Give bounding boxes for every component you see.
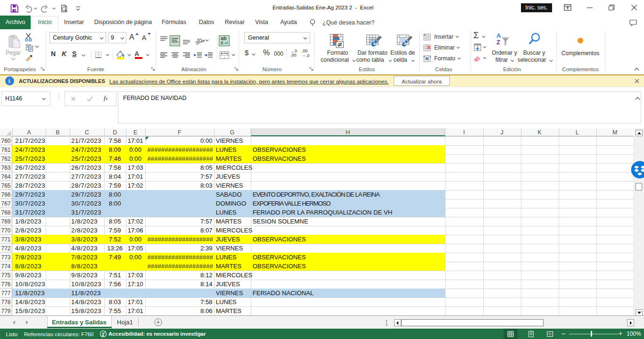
svg-text:ab: ab <box>194 36 204 45</box>
svg-text:Z: Z <box>496 39 500 46</box>
svg-text:A: A <box>496 32 501 39</box>
